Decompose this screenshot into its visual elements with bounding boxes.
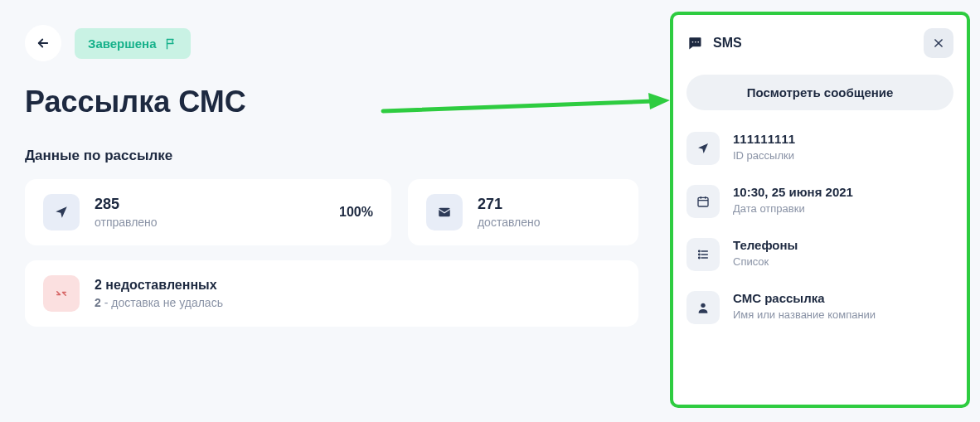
person-icon xyxy=(696,301,710,314)
envelope-icon xyxy=(437,205,452,220)
stat-card-delivered: 271 доставлено xyxy=(408,179,638,245)
failed-reason: - доставка не удалась xyxy=(101,296,223,309)
failed-icon-box xyxy=(43,275,80,312)
detail-phones-sub: Список xyxy=(733,255,798,268)
detail-icon-id xyxy=(686,132,720,165)
detail-sender-title: СМС рассылка xyxy=(733,291,876,306)
failed-title: 2 недоставленных xyxy=(95,278,223,293)
svg-point-16 xyxy=(699,250,700,251)
sent-percent: 100% xyxy=(339,205,373,220)
failed-sub: 2 - доставка не удалась xyxy=(95,296,223,309)
send-icon xyxy=(54,205,69,220)
details-panel: SMS Посмотреть сообщение 111111111 ID ра… xyxy=(670,12,970,408)
svg-point-6 xyxy=(697,41,699,43)
detail-row-phones[interactable]: Телефоны Список xyxy=(686,238,953,271)
detail-id-title: 111111111 xyxy=(733,132,795,147)
detail-icon-date xyxy=(686,185,720,218)
svg-point-18 xyxy=(699,257,700,258)
detail-icon-phones xyxy=(686,238,720,271)
top-row: Завершена xyxy=(25,25,638,61)
svg-rect-9 xyxy=(698,197,708,206)
failed-count: 2 xyxy=(95,296,101,309)
sent-value: 285 xyxy=(95,196,158,214)
detail-date-title: 10:30, 25 июня 2021 xyxy=(733,185,853,200)
detail-row-sender: СМС рассылка Имя или название компании xyxy=(686,291,953,324)
close-button[interactable] xyxy=(924,28,953,58)
panel-type: SMS xyxy=(713,36,742,51)
page-title: Рассылка СМС xyxy=(25,85,638,119)
detail-row-id: 111111111 ID рассылки xyxy=(686,132,953,165)
detail-id-sub: ID рассылки xyxy=(733,149,795,162)
detail-date-sub: Дата отправки xyxy=(733,202,853,215)
status-label: Завершена xyxy=(88,36,157,51)
status-badge: Завершена xyxy=(75,28,191,59)
svg-point-19 xyxy=(701,303,705,308)
delivered-icon-box xyxy=(426,194,463,230)
svg-point-5 xyxy=(695,41,696,43)
bounce-icon xyxy=(54,286,69,301)
stats-heading: Данные по рассылке xyxy=(25,148,638,164)
svg-rect-1 xyxy=(439,208,450,217)
detail-row-date: 10:30, 25 июня 2021 Дата отправки xyxy=(686,185,953,218)
sent-label: отправлено xyxy=(95,216,158,229)
calendar-icon xyxy=(696,195,710,208)
svg-point-4 xyxy=(692,41,694,43)
sms-icon xyxy=(686,35,703,51)
detail-phones-title: Телефоны xyxy=(733,238,798,253)
panel-header: SMS xyxy=(686,28,953,58)
stats-row: 285 отправлено 100% 271 доставлено xyxy=(25,179,638,245)
delivered-label: доставлено xyxy=(478,216,541,229)
send-icon xyxy=(696,142,710,155)
back-button[interactable] xyxy=(25,25,61,61)
close-icon xyxy=(933,37,944,49)
list-icon xyxy=(696,248,710,261)
delivered-value: 271 xyxy=(478,196,541,214)
detail-icon-sender xyxy=(686,291,720,324)
flag-icon xyxy=(165,37,177,50)
sent-icon-box xyxy=(43,194,80,230)
stat-card-sent: 285 отправлено 100% xyxy=(25,179,391,245)
detail-sender-sub: Имя или название компании xyxy=(733,308,876,321)
svg-point-17 xyxy=(699,254,700,255)
view-message-button[interactable]: Посмотреть сообщение xyxy=(686,75,953,110)
main-content: Завершена Рассылка СМС Данные по рассылк… xyxy=(0,0,663,327)
arrow-left-icon xyxy=(36,36,51,51)
stat-card-failed: 2 недоставленных 2 - доставка не удалась xyxy=(25,260,638,327)
